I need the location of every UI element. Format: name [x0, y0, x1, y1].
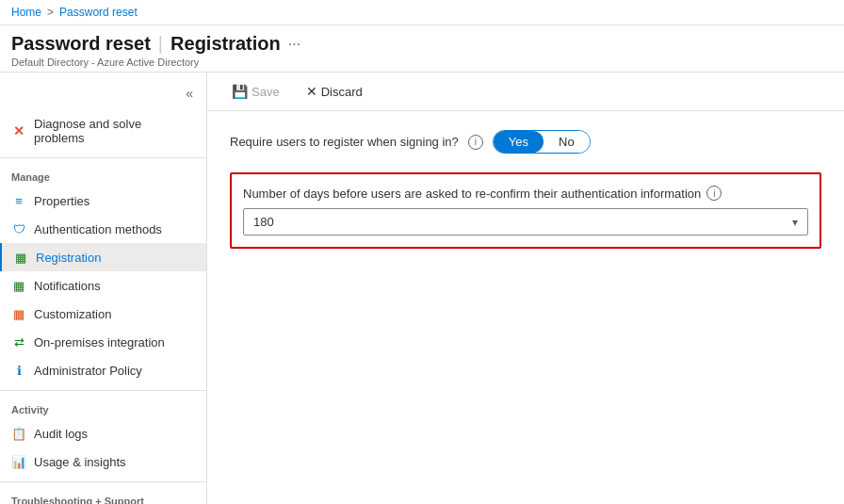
- sidebar-troubleshooting-section: Troubleshooting + Support: [0, 488, 206, 504]
- sidebar-item-on-premises[interactable]: ⇄ On-premises integration: [0, 328, 206, 356]
- registration-icon: ▦: [13, 250, 28, 265]
- breadcrumb-current[interactable]: Password reset: [59, 6, 138, 19]
- page-title-separator: |: [158, 33, 163, 55]
- days-dropdown[interactable]: 180 ▾: [243, 208, 808, 236]
- collapse-sidebar-button[interactable]: «: [180, 84, 199, 103]
- sidebar-item-notifications-label: Notifications: [34, 279, 101, 293]
- days-label: Number of days before users are asked to…: [243, 187, 701, 201]
- page-header: Password reset | Registration ··· Defaul…: [0, 25, 844, 73]
- discard-icon: ✕: [306, 84, 317, 99]
- sidebar-item-admin-policy[interactable]: ℹ Administrator Policy: [0, 356, 206, 384]
- breadcrumb: Home > Password reset: [0, 0, 844, 25]
- days-label-row: Number of days before users are asked to…: [243, 186, 808, 201]
- sidebar-item-notifications[interactable]: ▦ Notifications: [0, 271, 206, 300]
- customization-icon: ▦: [11, 306, 26, 321]
- audit-logs-icon: 📋: [11, 426, 26, 441]
- save-label: Save: [252, 85, 280, 99]
- content-body: Require users to register when signing i…: [207, 111, 844, 268]
- sidebar-item-audit-logs-label: Audit logs: [34, 427, 88, 441]
- toolbar: 💾 Save ✕ Discard: [207, 73, 844, 111]
- discard-button[interactable]: ✕ Discard: [300, 80, 368, 103]
- sidebar-item-admin-policy-label: Administrator Policy: [34, 364, 142, 378]
- sidebar: « ✕ Diagnose and solve problems Manage ≡…: [0, 73, 207, 504]
- require-info-icon[interactable]: i: [468, 135, 483, 150]
- sidebar-item-auth-label: Authentication methods: [34, 222, 162, 236]
- page-title-ellipsis[interactable]: ···: [288, 36, 300, 53]
- page-subtitle: Default Directory - Azure Active Directo…: [11, 57, 833, 68]
- breadcrumb-separator: >: [47, 6, 54, 19]
- sidebar-item-authentication-methods[interactable]: 🛡 Authentication methods: [0, 215, 206, 243]
- days-dropdown-section: Number of days before users are asked to…: [230, 172, 821, 249]
- sidebar-item-customization-label: Customization: [34, 307, 111, 321]
- main-container: « ✕ Diagnose and solve problems Manage ≡…: [0, 73, 844, 504]
- save-icon: 💾: [232, 84, 248, 99]
- require-label: Require users to register when signing i…: [230, 135, 459, 149]
- notifications-icon: ▦: [11, 278, 26, 293]
- auth-methods-icon: 🛡: [11, 221, 26, 236]
- admin-policy-icon: ℹ: [11, 363, 26, 378]
- chevron-down-icon: ▾: [792, 216, 798, 229]
- page-section-title: Registration: [170, 33, 281, 55]
- yes-no-toggle: Yes No: [493, 130, 591, 154]
- yes-toggle-button[interactable]: Yes: [494, 131, 544, 153]
- sidebar-item-properties[interactable]: ≡ Properties: [0, 187, 206, 215]
- sidebar-manage-section: Manage: [0, 164, 206, 187]
- require-registration-row: Require users to register when signing i…: [230, 130, 821, 154]
- content-area: 💾 Save ✕ Discard Require users to regist…: [207, 73, 844, 504]
- save-button[interactable]: 💾 Save: [226, 80, 285, 103]
- sidebar-item-properties-label: Properties: [34, 194, 89, 208]
- sidebar-item-usage-insights[interactable]: 📊 Usage & insights: [0, 447, 206, 476]
- discard-label: Discard: [321, 85, 363, 99]
- sidebar-item-diagnose[interactable]: ✕ Diagnose and solve problems: [0, 110, 206, 152]
- page-title: Password reset: [11, 33, 151, 55]
- days-value: 180: [253, 215, 792, 229]
- usage-insights-icon: 📊: [11, 454, 26, 469]
- diagnose-icon: ✕: [11, 123, 26, 138]
- sidebar-item-usage-insights-label: Usage & insights: [34, 455, 126, 469]
- sidebar-item-audit-logs[interactable]: 📋 Audit logs: [0, 419, 206, 447]
- no-toggle-button[interactable]: No: [544, 131, 590, 153]
- sidebar-item-customization[interactable]: ▦ Customization: [0, 300, 206, 328]
- on-premises-icon: ⇄: [11, 334, 26, 350]
- breadcrumb-home[interactable]: Home: [11, 6, 41, 19]
- sidebar-activity-section: Activity: [0, 397, 206, 419]
- sidebar-item-registration[interactable]: ▦ Registration: [0, 243, 206, 271]
- sidebar-item-diagnose-label: Diagnose and solve problems: [34, 117, 195, 145]
- sidebar-item-registration-label: Registration: [36, 251, 101, 265]
- sidebar-item-on-premises-label: On-premises integration: [34, 335, 165, 350]
- days-info-icon[interactable]: i: [706, 186, 722, 201]
- properties-icon: ≡: [11, 193, 26, 208]
